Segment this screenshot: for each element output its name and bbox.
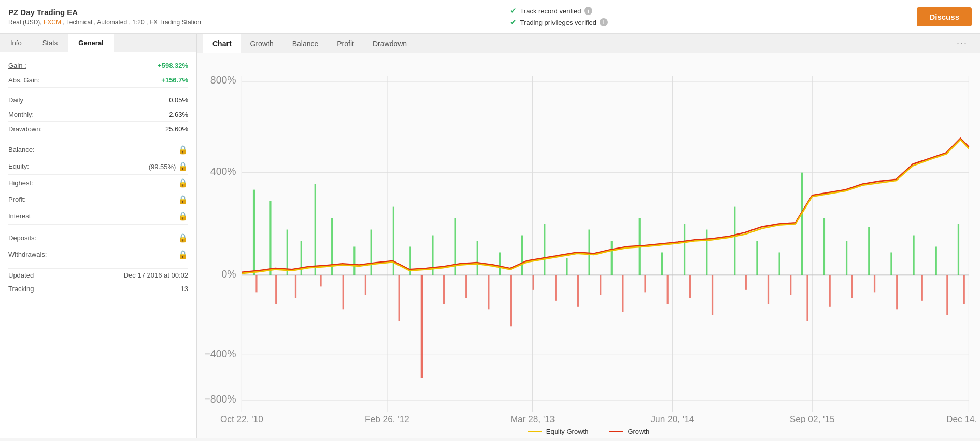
svg-text:−400%: −400% xyxy=(205,348,236,359)
trading-privileges-badge: ✔ Trading privileges verified i xyxy=(510,18,608,27)
svg-rect-81 xyxy=(790,275,791,295)
monthly-row: Monthly: 2.63% xyxy=(8,107,188,122)
svg-rect-46 xyxy=(706,230,707,275)
monthly-value: 2.63% xyxy=(169,111,188,118)
svg-rect-89 xyxy=(963,275,965,304)
svg-rect-86 xyxy=(896,275,898,309)
svg-rect-30 xyxy=(353,246,355,275)
svg-text:−800%: −800% xyxy=(205,393,236,405)
trading-privileges-label: Trading privileges verified xyxy=(520,19,596,26)
header: PZ Day Trading EA Real (USD), FXCM , Tec… xyxy=(0,0,980,34)
svg-rect-62 xyxy=(343,275,344,309)
svg-rect-53 xyxy=(868,227,870,275)
equity-growth-label: Equity Growth xyxy=(546,428,589,435)
svg-rect-59 xyxy=(275,275,277,304)
chart-tab-profit[interactable]: Profit xyxy=(328,34,363,53)
chart-tab-balance[interactable]: Balance xyxy=(283,34,328,53)
svg-rect-56 xyxy=(935,246,937,275)
profit-lock-icon: 🔒 xyxy=(178,195,188,204)
tab-general[interactable]: General xyxy=(68,34,113,52)
drawdown-value: 25.60% xyxy=(165,125,188,133)
svg-rect-75 xyxy=(644,275,646,292)
svg-rect-44 xyxy=(661,252,663,275)
svg-rect-78 xyxy=(712,275,713,315)
chart-area: 800% 400% 0% −400% −800% Oct 22, '10 Feb… xyxy=(197,53,980,423)
svg-rect-64 xyxy=(399,275,400,321)
svg-rect-82 xyxy=(806,275,808,321)
equity-growth-line-color xyxy=(528,431,542,432)
track-record-info-icon[interactable]: i xyxy=(584,7,592,15)
check-icon2: ✔ xyxy=(510,18,517,27)
equity-value: (99.55%) 🔒 xyxy=(149,161,188,171)
abs-gain-row: Abs. Gain: +156.7% xyxy=(8,73,188,88)
svg-rect-57 xyxy=(958,224,959,275)
discuss-button[interactable]: Discuss xyxy=(917,7,972,26)
gain-row: Gain : +598.32% xyxy=(8,59,188,73)
svg-rect-25 xyxy=(269,201,271,275)
legend-equity-growth: Equity Growth xyxy=(528,428,589,435)
deposits-row: Deposits: 🔒 xyxy=(8,230,188,246)
deposits-lock-icon: 🔒 xyxy=(178,233,188,243)
svg-text:Oct 22, '10: Oct 22, '10 xyxy=(220,414,263,423)
svg-rect-65 xyxy=(421,275,423,378)
daily-label: Daily xyxy=(8,96,23,104)
svg-rect-42 xyxy=(611,241,613,275)
updated-label: Updated xyxy=(8,271,34,279)
monthly-label: Monthly: xyxy=(8,111,34,118)
svg-rect-87 xyxy=(921,275,923,300)
interest-row: Interest 🔒 xyxy=(8,208,188,225)
trading-privileges-info-icon[interactable]: i xyxy=(600,18,608,26)
chart-tab-growth[interactable]: Growth xyxy=(241,34,283,53)
svg-rect-31 xyxy=(371,230,372,275)
chart-tab-chart[interactable]: Chart xyxy=(203,34,241,53)
balance-row: Balance: 🔒 xyxy=(8,142,188,158)
svg-rect-32 xyxy=(393,207,394,275)
equity-label: Equity: xyxy=(8,162,29,170)
svg-text:Mar 28, '13: Mar 28, '13 xyxy=(510,414,555,423)
growth-label: Growth xyxy=(628,428,649,435)
updated-row: Updated Dec 17 2016 at 00:02 xyxy=(8,268,188,282)
left-tab-bar: Info Stats General xyxy=(0,34,196,52)
legend-growth: Growth xyxy=(609,428,649,435)
tab-info[interactable]: Info xyxy=(0,34,32,52)
chart-tab-bar: Chart Growth Balance Profit Drawdown ··· xyxy=(197,34,980,53)
svg-rect-55 xyxy=(913,236,914,275)
svg-text:800%: 800% xyxy=(210,74,236,86)
tab-stats[interactable]: Stats xyxy=(32,34,68,52)
svg-rect-48 xyxy=(756,241,758,275)
svg-rect-74 xyxy=(622,275,623,312)
svg-rect-40 xyxy=(566,258,567,275)
right-panel: Chart Growth Balance Profit Drawdown ··· xyxy=(197,34,980,438)
withdrawals-lock-icon: 🔒 xyxy=(178,250,188,259)
svg-rect-52 xyxy=(846,241,847,275)
chart-more-icon[interactable]: ··· xyxy=(950,34,974,53)
verification-badges: ✔ Track record verified i ✔ Trading priv… xyxy=(510,6,608,27)
stats-content: Gain : +598.32% Abs. Gain: +156.7% Daily… xyxy=(0,52,196,438)
growth-line-color xyxy=(609,431,623,432)
svg-text:400%: 400% xyxy=(210,166,236,177)
track-record-badge: ✔ Track record verified i xyxy=(510,6,608,16)
svg-rect-79 xyxy=(745,275,747,289)
chart-tab-drawdown[interactable]: Drawdown xyxy=(363,34,416,53)
svg-rect-85 xyxy=(874,275,875,292)
main-content: Info Stats General Gain : +598.32% Abs. … xyxy=(0,34,980,438)
header-info: PZ Day Trading EA Real (USD), FXCM , Tec… xyxy=(8,8,201,26)
interest-label: Interest xyxy=(8,212,31,220)
svg-rect-27 xyxy=(301,241,302,275)
svg-rect-38 xyxy=(521,236,523,275)
svg-text:Jun 20, '14: Jun 20, '14 xyxy=(650,414,694,423)
svg-rect-73 xyxy=(600,275,601,295)
fxcm-link[interactable]: FXCM xyxy=(44,19,61,26)
balance-label: Balance: xyxy=(8,146,35,154)
svg-rect-58 xyxy=(255,275,257,292)
svg-rect-63 xyxy=(365,275,366,295)
svg-rect-72 xyxy=(577,275,579,306)
svg-rect-69 xyxy=(510,275,512,326)
gain-value: +598.32% xyxy=(158,62,188,70)
chart-legend: Equity Growth Growth xyxy=(197,423,980,438)
svg-rect-60 xyxy=(295,275,296,298)
svg-rect-39 xyxy=(544,224,545,275)
drawdown-label: Drawdown: xyxy=(8,125,42,133)
withdrawals-label: Withdrawals: xyxy=(8,251,47,258)
updated-value: Dec 17 2016 at 00:02 xyxy=(124,271,188,279)
